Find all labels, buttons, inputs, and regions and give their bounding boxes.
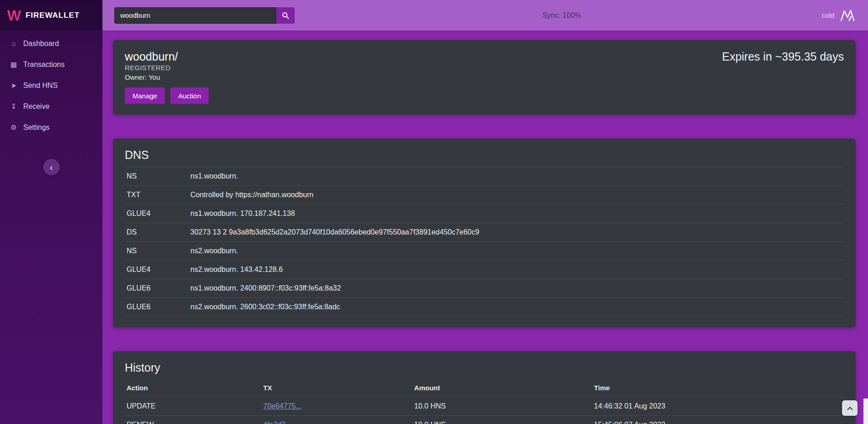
history-row: RENEW 4fa3d2... 10.0 HNS 15:45:06 07 Aug… <box>125 416 844 424</box>
firewallet-logo-icon: W <box>7 8 21 23</box>
dns-table: NS ns1.woodburn. TXT Controlled by https… <box>125 167 844 317</box>
dns-record-type: GLUE4 <box>125 204 189 223</box>
sync-status: Sync: 100% <box>542 11 581 20</box>
sidebar-item-receive[interactable]: ↧ Receive <box>0 96 102 117</box>
domain-card: woodburn/ Expires in ~395.35 days REGIST… <box>113 40 856 115</box>
history-card: History Action TX Amount Time UPDATE 70e… <box>113 351 856 424</box>
search-input[interactable] <box>114 7 276 24</box>
firewallet-logo-icon <box>840 9 855 22</box>
chevron-up-icon <box>847 406 853 412</box>
history-card-title: History <box>125 361 844 374</box>
dns-record-row: GLUE4 ns2.woodburn. 143.42.128.6 <box>125 261 844 279</box>
sidebar-item-transactions[interactable]: ▦ Transactions <box>0 54 102 75</box>
history-col-time: Time <box>592 379 844 397</box>
sidebar-item-label: Receive <box>23 102 50 111</box>
domain-title: woodburn/ <box>125 50 178 63</box>
history-row: UPDATE 70e64775... 10.0 HNS 14:46:32 01 … <box>125 397 844 416</box>
sidebar-item-settings[interactable]: ⚙ Settings <box>0 117 102 138</box>
settings-icon: ⚙ <box>9 123 18 132</box>
wallet-mode: cold <box>822 9 855 22</box>
receive-icon: ↧ <box>9 102 18 111</box>
scroll-to-top-button[interactable] <box>842 400 858 416</box>
dns-card-title: DNS <box>125 148 844 161</box>
tx-link[interactable]: 70e64775... <box>263 402 302 410</box>
history-time: 14:46:32 01 Aug 2023 <box>592 397 844 416</box>
sidebar: W FIREWALLET ⌂ Dashboard ▦ Transactions … <box>0 0 102 424</box>
sidebar-nav: ⌂ Dashboard ▦ Transactions ➤ Send HNS ↧ … <box>0 31 102 141</box>
history-action: UPDATE <box>125 397 261 416</box>
history-col-tx: TX <box>261 379 413 397</box>
domain-expiry: Expires in ~395.35 days <box>722 50 844 63</box>
chevron-left-icon: ‹ <box>50 163 53 172</box>
wallet-mode-label: cold <box>822 11 834 19</box>
sidebar-item-label: Send HNS <box>23 81 58 90</box>
domain-status: REGISTERED <box>125 63 844 72</box>
dns-record-value: ns1.woodburn. 170.187.241.138 <box>189 204 844 223</box>
dns-record-row: TXT Controlled by https://nathan.woodbur… <box>125 186 844 204</box>
history-col-action: Action <box>125 379 261 397</box>
dns-card: DNS NS ns1.woodburn. TXT Controlled by h… <box>113 138 856 327</box>
dns-record-type: GLUE4 <box>125 261 189 279</box>
dns-record-type: GLUE6 <box>125 298 189 317</box>
search-group <box>114 7 295 24</box>
app-title: FIREWALLET <box>26 11 80 20</box>
history-action: RENEW <box>125 416 261 424</box>
history-time: 15:45:06 07 Aug 2022 <box>592 416 844 424</box>
history-amount: 10.0 HNS <box>413 397 592 416</box>
dns-record-value: ns2.woodburn. 143.42.128.6 <box>189 261 844 279</box>
dns-record-row: GLUE6 ns2.woodburn. 2600:3c02::f03c:93ff… <box>125 298 844 317</box>
sidebar-item-send-hns[interactable]: ➤ Send HNS <box>0 75 102 96</box>
sidebar-item-label: Transactions <box>23 60 65 69</box>
dns-record-value: ns1.woodburn. <box>189 167 844 186</box>
dns-record-type: GLUE6 <box>125 279 189 298</box>
search-icon <box>282 12 289 19</box>
topbar: Sync: 100% cold <box>102 0 868 31</box>
main-area: Sync: 100% cold woodburn/ Expires in ~39… <box>102 0 868 424</box>
send-icon: ➤ <box>9 81 18 90</box>
history-amount: 10.0 HNS <box>413 416 592 424</box>
history-header-row: Action TX Amount Time <box>125 379 844 397</box>
dns-record-value: ns2.woodburn. <box>189 242 844 261</box>
domain-owner: Owner: You <box>125 72 844 82</box>
dns-record-value: ns1.woodburn. 2400:8907::f03c:93ff:fe5a:… <box>189 279 844 298</box>
app-logo[interactable]: W FIREWALLET <box>0 0 102 31</box>
dns-record-type: NS <box>125 242 189 261</box>
sidebar-item-label: Settings <box>23 123 50 132</box>
dns-record-row: NS ns1.woodburn. <box>125 167 844 186</box>
dns-record-value: Controlled by https://nathan.woodburn <box>189 186 844 204</box>
dns-record-type: TXT <box>125 186 189 204</box>
page-content: woodburn/ Expires in ~395.35 days REGIST… <box>102 31 868 424</box>
auction-button[interactable]: Auction <box>170 87 209 104</box>
dns-record-type: NS <box>125 167 189 186</box>
dns-record-row: GLUE6 ns1.woodburn. 2400:8907::f03c:93ff… <box>125 279 844 298</box>
dns-record-type: DS <box>125 223 189 242</box>
dns-record-row: DS 30273 13 2 9a3a8fb3d625d2a2073d740f10… <box>125 223 844 242</box>
scrollbar-thumb[interactable] <box>863 398 868 424</box>
dns-record-value: ns2.woodburn. 2600:3c02::f03c:93ff:fe5a:… <box>189 298 844 317</box>
sidebar-item-label: Dashboard <box>23 39 59 48</box>
dns-record-row: GLUE4 ns1.woodburn. 170.187.241.138 <box>125 204 844 223</box>
dns-record-row: NS ns2.woodburn. <box>125 242 844 261</box>
sidebar-collapse-button[interactable]: ‹ <box>43 159 60 175</box>
transactions-icon: ▦ <box>9 60 18 69</box>
history-col-amount: Amount <box>413 379 592 397</box>
sidebar-item-dashboard[interactable]: ⌂ Dashboard <box>0 33 102 54</box>
dashboard-icon: ⌂ <box>9 39 18 48</box>
tx-link[interactable]: 4fa3d2... <box>263 421 291 424</box>
dns-record-value: 30273 13 2 9a3a8fb3d625d2a2073d740f10da6… <box>189 223 844 242</box>
manage-button[interactable]: Manage <box>125 87 165 104</box>
history-table: Action TX Amount Time UPDATE 70e64775...… <box>125 379 844 424</box>
search-button[interactable] <box>276 7 295 24</box>
